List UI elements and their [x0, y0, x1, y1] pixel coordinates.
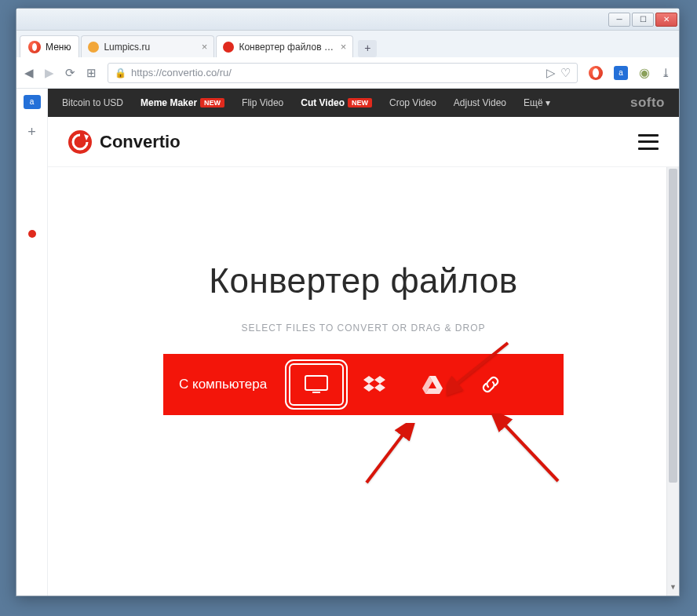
softo-logo[interactable]: softo — [630, 95, 665, 111]
sidebar: a + — [16, 89, 48, 596]
brand-name: Convertio — [100, 132, 181, 152]
page-content: Bitcoin to USD Meme MakerNEW Flip Video … — [48, 89, 679, 596]
dropbox-icon — [363, 374, 386, 395]
upload-from-dropbox-button[interactable] — [347, 363, 402, 406]
favicon-icon — [223, 42, 234, 53]
scroll-down-icon[interactable]: ▼ — [667, 583, 679, 596]
main-row: a + Bitcoin to USD Meme MakerNEW Flip Vi… — [16, 89, 679, 596]
browser-window: ─ ☐ ✕ Меню Lumpics.ru × Конвертер файлов… — [16, 8, 680, 596]
sidebar-add-button[interactable]: + — [24, 123, 41, 140]
opera-icon — [28, 41, 41, 53]
send-to-icon[interactable]: ▷ — [546, 66, 556, 80]
softo-more-button[interactable]: Ещё ▾ — [524, 97, 550, 108]
softo-link-crop[interactable]: Crop Video — [389, 97, 436, 108]
sidebar-adblock-indicator[interactable] — [24, 225, 41, 242]
tab-title: Lumpics.ru — [104, 42, 196, 53]
vertical-scrollbar[interactable]: ▲ ▼ — [666, 167, 679, 596]
softo-toolbar: Bitcoin to USD Meme MakerNEW Flip Video … — [48, 89, 679, 117]
upload-from-url-button[interactable] — [463, 363, 518, 406]
new-tab-button[interactable]: + — [358, 40, 377, 57]
tab-convertio[interactable]: Конвертер файлов — Co × — [216, 35, 353, 57]
upload-from-computer-button[interactable] — [289, 363, 344, 406]
downloads-button[interactable]: ⤓ — [661, 66, 671, 80]
address-bar: ◀ ▶ ⟳ ⊞ 🔒 https://convertio.co/ru/ ▷ ♡ a… — [16, 57, 679, 89]
window-minimize-button[interactable]: ─ — [608, 13, 630, 27]
convertio-logo-icon — [68, 130, 92, 154]
globe-ext-icon[interactable]: ◉ — [639, 65, 650, 80]
scroll-thumb[interactable] — [669, 169, 677, 483]
favicon-icon — [88, 42, 99, 53]
annotation-arrow — [362, 423, 425, 489]
softo-link-adjust[interactable]: Adjust Video — [454, 97, 506, 108]
window-titlebar: ─ ☐ ✕ — [16, 9, 679, 31]
chevron-down-icon: ▾ — [546, 97, 550, 108]
url-text: https://convertio.co/ru/ — [131, 67, 542, 78]
app-header: Convertio — [48, 117, 679, 167]
link-icon — [480, 374, 502, 395]
window-close-button[interactable]: ✕ — [655, 13, 677, 27]
svg-rect-0 — [305, 376, 327, 390]
lock-icon: 🔒 — [115, 67, 126, 78]
window-maximize-button[interactable]: ☐ — [632, 13, 654, 27]
opera-menu-label: Меню — [46, 42, 71, 53]
url-field[interactable]: 🔒 https://convertio.co/ru/ ▷ ♡ — [108, 63, 578, 83]
tab-close-icon[interactable]: × — [341, 41, 347, 53]
sidebar-translate-button[interactable]: a — [24, 93, 41, 111]
hero: Конвертер файлов SELECT FILES TO CONVERT… — [48, 167, 679, 596]
opera-addon-icon[interactable] — [589, 66, 603, 80]
softo-link-bitcoin[interactable]: Bitcoin to USD — [62, 97, 123, 108]
svg-rect-1 — [312, 392, 320, 393]
hero-subtitle: SELECT FILES TO CONVERT OR DRAG & DROP — [242, 323, 486, 334]
upload-from-gdrive-button[interactable] — [405, 363, 460, 406]
softo-link-cut[interactable]: Cut VideoNEW — [301, 97, 372, 108]
hamburger-menu-button[interactable] — [638, 134, 659, 150]
upload-bar: С компьютера — [163, 354, 564, 415]
page-title: Конвертер файлов — [209, 261, 517, 301]
nav-forward-button[interactable]: ▶ — [45, 66, 54, 80]
computer-icon — [303, 374, 330, 395]
tab-title: Конвертер файлов — Co — [239, 42, 335, 53]
opera-menu-button[interactable]: Меню — [20, 35, 79, 57]
address-bar-right: a ◉ ⤓ — [589, 65, 671, 80]
upload-from-computer-label: С компьютера — [179, 377, 267, 392]
softo-link-meme[interactable]: Meme MakerNEW — [140, 97, 224, 108]
translate-ext-icon[interactable]: a — [614, 66, 628, 80]
tab-strip: Меню Lumpics.ru × Конвертер файлов — Co … — [16, 31, 679, 57]
softo-link-flip[interactable]: Flip Video — [242, 97, 283, 108]
tab-close-icon[interactable]: × — [202, 41, 208, 53]
speed-dial-button[interactable]: ⊞ — [86, 66, 97, 80]
bookmark-heart-icon[interactable]: ♡ — [560, 66, 571, 80]
nav-reload-button[interactable]: ⟳ — [65, 66, 75, 80]
nav-back-button[interactable]: ◀ — [24, 66, 34, 80]
brand[interactable]: Convertio — [68, 130, 181, 154]
google-drive-icon — [421, 374, 444, 395]
annotation-arrow — [491, 414, 561, 487]
tab-lumpics[interactable]: Lumpics.ru × — [81, 35, 214, 57]
